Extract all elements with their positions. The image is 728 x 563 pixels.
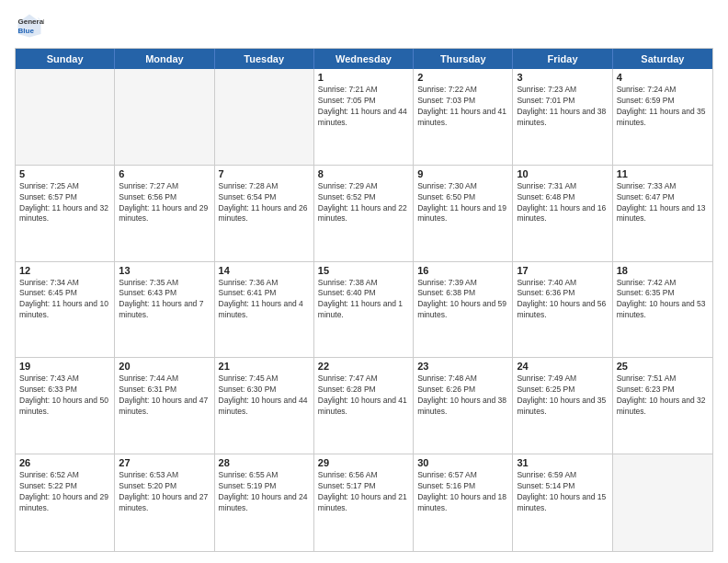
day-info: Sunrise: 7:47 AMSunset: 6:28 PMDaylight:… — [318, 373, 407, 416]
calendar-body: 1Sunrise: 7:21 AMSunset: 7:05 PMDaylight… — [16, 69, 712, 551]
day-info: Sunrise: 7:43 AMSunset: 6:33 PMDaylight:… — [19, 373, 108, 416]
calendar-day-9: 9Sunrise: 7:30 AMSunset: 6:50 PMDaylight… — [414, 166, 513, 261]
day-number: 16 — [417, 265, 508, 276]
calendar-day-16: 16Sunrise: 7:39 AMSunset: 6:38 PMDayligh… — [414, 262, 513, 358]
calendar-day-empty — [613, 454, 712, 551]
day-info: Sunrise: 6:59 AMSunset: 5:14 PMDaylight:… — [517, 470, 606, 512]
header-day-friday: Friday — [513, 49, 612, 69]
day-number: 6 — [119, 168, 210, 179]
day-number: 4 — [617, 72, 709, 83]
logo: General Blue — [15, 11, 48, 40]
day-info: Sunrise: 7:45 AMSunset: 6:30 PMDaylight:… — [219, 373, 308, 416]
calendar-day-10: 10Sunrise: 7:31 AMSunset: 6:48 PMDayligh… — [513, 166, 612, 261]
calendar-day-26: 26Sunrise: 6:52 AMSunset: 5:22 PMDayligh… — [16, 454, 115, 551]
day-info: Sunrise: 6:56 AMSunset: 5:17 PMDaylight:… — [318, 470, 407, 512]
day-info: Sunrise: 7:36 AMSunset: 6:41 PMDaylight:… — [219, 278, 303, 320]
header-day-thursday: Thursday — [414, 49, 513, 69]
calendar-day-2: 2Sunrise: 7:22 AMSunset: 7:03 PMDaylight… — [414, 69, 513, 165]
day-info: Sunrise: 6:52 AMSunset: 5:22 PMDaylight:… — [19, 470, 108, 512]
day-number: 12 — [19, 265, 110, 276]
calendar-header: SundayMondayTuesdayWednesdayThursdayFrid… — [16, 49, 712, 69]
calendar-day-empty — [115, 69, 214, 165]
day-number: 9 — [417, 168, 508, 179]
day-number: 21 — [219, 361, 310, 372]
day-info: Sunrise: 7:48 AMSunset: 6:26 PMDaylight:… — [417, 373, 506, 416]
calendar-day-empty — [16, 69, 115, 165]
day-number: 20 — [119, 361, 210, 372]
calendar-day-13: 13Sunrise: 7:35 AMSunset: 6:43 PMDayligh… — [115, 262, 214, 358]
calendar-day-25: 25Sunrise: 7:51 AMSunset: 6:23 PMDayligh… — [613, 358, 712, 454]
header-day-sunday: Sunday — [16, 49, 115, 69]
day-info: Sunrise: 7:29 AMSunset: 6:52 PMDaylight:… — [318, 181, 407, 224]
day-number: 15 — [318, 265, 409, 276]
calendar-day-28: 28Sunrise: 6:55 AMSunset: 5:19 PMDayligh… — [215, 454, 314, 551]
day-info: Sunrise: 7:38 AMSunset: 6:40 PMDaylight:… — [318, 278, 403, 320]
calendar-day-29: 29Sunrise: 6:56 AMSunset: 5:17 PMDayligh… — [314, 454, 414, 551]
header-day-wednesday: Wednesday — [314, 49, 414, 69]
day-info: Sunrise: 7:49 AMSunset: 6:25 PMDaylight:… — [517, 373, 606, 416]
calendar-day-27: 27Sunrise: 6:53 AMSunset: 5:20 PMDayligh… — [115, 454, 214, 551]
day-info: Sunrise: 7:51 AMSunset: 6:23 PMDaylight:… — [617, 373, 706, 416]
calendar-day-12: 12Sunrise: 7:34 AMSunset: 6:45 PMDayligh… — [16, 262, 115, 358]
day-number: 23 — [417, 361, 508, 372]
day-number: 3 — [517, 72, 608, 83]
calendar-day-22: 22Sunrise: 7:47 AMSunset: 6:28 PMDayligh… — [314, 358, 414, 454]
day-info: Sunrise: 6:55 AMSunset: 5:19 PMDaylight:… — [219, 470, 308, 512]
day-number: 26 — [19, 457, 110, 468]
day-number: 18 — [617, 265, 709, 276]
header-day-saturday: Saturday — [613, 49, 712, 69]
day-info: Sunrise: 7:22 AMSunset: 7:03 PMDaylight:… — [417, 85, 506, 127]
calendar-day-19: 19Sunrise: 7:43 AMSunset: 6:33 PMDayligh… — [16, 358, 115, 454]
day-number: 27 — [119, 457, 210, 468]
day-info: Sunrise: 7:39 AMSunset: 6:38 PMDaylight:… — [417, 278, 506, 320]
calendar-day-7: 7Sunrise: 7:28 AMSunset: 6:54 PMDaylight… — [215, 166, 314, 261]
calendar-day-5: 5Sunrise: 7:25 AMSunset: 6:57 PMDaylight… — [16, 166, 115, 261]
day-number: 29 — [318, 457, 409, 468]
calendar-day-20: 20Sunrise: 7:44 AMSunset: 6:31 PMDayligh… — [115, 358, 214, 454]
day-info: Sunrise: 7:21 AMSunset: 7:05 PMDaylight:… — [318, 85, 407, 127]
calendar-day-6: 6Sunrise: 7:27 AMSunset: 6:56 PMDaylight… — [115, 166, 214, 261]
day-number: 1 — [318, 72, 409, 83]
calendar-day-23: 23Sunrise: 7:48 AMSunset: 6:26 PMDayligh… — [414, 358, 513, 454]
calendar-day-18: 18Sunrise: 7:42 AMSunset: 6:35 PMDayligh… — [613, 262, 712, 358]
calendar-day-1: 1Sunrise: 7:21 AMSunset: 7:05 PMDaylight… — [314, 69, 414, 165]
calendar-day-24: 24Sunrise: 7:49 AMSunset: 6:25 PMDayligh… — [513, 358, 612, 454]
calendar-day-8: 8Sunrise: 7:29 AMSunset: 6:52 PMDaylight… — [314, 166, 414, 261]
header: General Blue — [15, 11, 713, 40]
day-number: 7 — [219, 168, 310, 179]
day-info: Sunrise: 7:24 AMSunset: 6:59 PMDaylight:… — [617, 85, 706, 127]
day-number: 11 — [617, 168, 709, 179]
day-number: 30 — [417, 457, 508, 468]
calendar-day-31: 31Sunrise: 6:59 AMSunset: 5:14 PMDayligh… — [513, 454, 612, 551]
calendar-day-21: 21Sunrise: 7:45 AMSunset: 6:30 PMDayligh… — [215, 358, 314, 454]
day-info: Sunrise: 7:42 AMSunset: 6:35 PMDaylight:… — [617, 278, 706, 320]
calendar-day-3: 3Sunrise: 7:23 AMSunset: 7:01 PMDaylight… — [513, 69, 612, 165]
generalblue-logo-icon: General Blue — [15, 11, 44, 40]
day-info: Sunrise: 6:53 AMSunset: 5:20 PMDaylight:… — [119, 470, 208, 512]
day-info: Sunrise: 7:27 AMSunset: 6:56 PMDaylight:… — [119, 181, 208, 224]
day-number: 22 — [318, 361, 409, 372]
day-number: 2 — [417, 72, 508, 83]
day-info: Sunrise: 6:57 AMSunset: 5:16 PMDaylight:… — [417, 470, 506, 512]
day-info: Sunrise: 7:30 AMSunset: 6:50 PMDaylight:… — [417, 181, 506, 224]
calendar-day-15: 15Sunrise: 7:38 AMSunset: 6:40 PMDayligh… — [314, 262, 414, 358]
day-info: Sunrise: 7:31 AMSunset: 6:48 PMDaylight:… — [517, 181, 606, 224]
day-number: 19 — [19, 361, 110, 372]
svg-text:General: General — [18, 17, 44, 26]
calendar-week-2: 5Sunrise: 7:25 AMSunset: 6:57 PMDaylight… — [16, 166, 712, 262]
calendar-week-5: 26Sunrise: 6:52 AMSunset: 5:22 PMDayligh… — [16, 454, 712, 551]
calendar-day-11: 11Sunrise: 7:33 AMSunset: 6:47 PMDayligh… — [613, 166, 712, 261]
calendar-day-empty — [215, 69, 314, 165]
day-info: Sunrise: 7:28 AMSunset: 6:54 PMDaylight:… — [219, 181, 308, 224]
calendar-day-14: 14Sunrise: 7:36 AMSunset: 6:41 PMDayligh… — [215, 262, 314, 358]
day-info: Sunrise: 7:23 AMSunset: 7:01 PMDaylight:… — [517, 85, 606, 127]
header-day-monday: Monday — [115, 49, 214, 69]
calendar-week-1: 1Sunrise: 7:21 AMSunset: 7:05 PMDaylight… — [16, 69, 712, 166]
calendar-week-3: 12Sunrise: 7:34 AMSunset: 6:45 PMDayligh… — [16, 262, 712, 359]
calendar: SundayMondayTuesdayWednesdayThursdayFrid… — [15, 48, 713, 552]
day-number: 13 — [119, 265, 210, 276]
day-info: Sunrise: 7:33 AMSunset: 6:47 PMDaylight:… — [617, 181, 706, 224]
day-info: Sunrise: 7:44 AMSunset: 6:31 PMDaylight:… — [119, 373, 208, 416]
day-info: Sunrise: 7:35 AMSunset: 6:43 PMDaylight:… — [119, 278, 203, 320]
page: General Blue SundayMondayTuesdayWednesda… — [0, 0, 728, 563]
